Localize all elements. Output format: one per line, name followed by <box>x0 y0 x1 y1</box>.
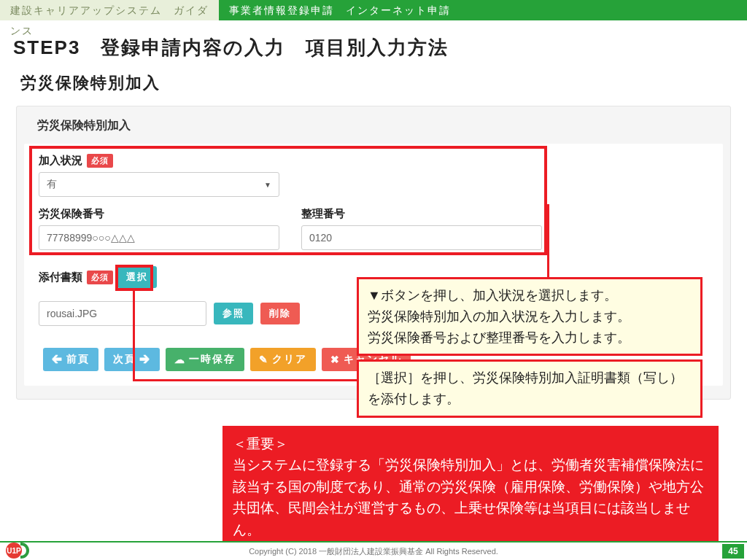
step-title: STEP3 登録申請内容の入力 項目別入力方法 <box>13 35 747 61</box>
prev-button-label: 前頁 <box>66 353 90 366</box>
important-body: 当システムに登録する「労災保険特別加入」とは、労働者災害補償保険法に該当する国の… <box>233 454 708 540</box>
important-box: ＜重要＞ 当システムに登録する「労災保険特別加入」とは、労働者災害補償保険法に該… <box>222 426 719 549</box>
status-select[interactable]: 有 ▼ <box>39 172 279 197</box>
callout-main: ▼ボタンを押し、加入状況を選択します。 労災保険特別加入の加入状況を入力します。… <box>357 277 703 356</box>
top-bar: 建設キャリアアップシステム ガイダンス 事業者情報登録申請 インターネット申請 <box>0 0 747 20</box>
prev-button[interactable]: 🡰 前頁 <box>43 348 98 371</box>
input-ref-no[interactable]: 0120 <box>301 225 542 250</box>
field-insurance-no: 労災保険番号 77788999○○○△△△ <box>39 207 279 250</box>
connector-select-h <box>133 379 357 381</box>
banner-application: 事業者情報登録申請 インターネット申請 <box>219 0 747 20</box>
next-button[interactable]: 次頁 🡲 <box>104 348 160 371</box>
callout-select: ［選択］を押し、労災保険特別加入証明書類（写し）を添付します。 <box>357 359 703 418</box>
banner-guidance: 建設キャリアアップシステム ガイダンス <box>0 0 219 20</box>
row-status: 加入状況 必須 有 ▼ <box>39 154 708 197</box>
important-heading: ＜重要＞ <box>233 433 708 454</box>
clear-button-label: クリア <box>272 353 307 366</box>
input-insurance-no-value: 77788999○○○△△△ <box>47 232 135 244</box>
logo-arc-icon <box>20 542 29 559</box>
label-status-text: 加入状況 <box>39 154 82 168</box>
input-ref-no-value: 0120 <box>309 232 332 244</box>
browse-button[interactable]: 参照 <box>214 303 253 324</box>
save-button-label: 一時保存 <box>189 353 236 366</box>
eraser-icon: ✎ <box>259 354 269 365</box>
file-name-value: rousai.JPG <box>47 308 97 319</box>
file-name-input[interactable]: rousai.JPG <box>39 301 206 326</box>
page-number: 45 <box>722 544 744 559</box>
cloud-icon: ☁ <box>174 354 186 365</box>
clear-button[interactable]: ✎ クリア <box>250 348 316 371</box>
footer: Copyright (C) 2018 一般財団法人建設業振興基金 All Rig… <box>0 541 747 560</box>
delete-button[interactable]: 削除 <box>260 303 300 324</box>
input-insurance-no[interactable]: 77788999○○○△△△ <box>39 225 279 250</box>
arrow-left-icon: 🡰 <box>52 354 63 365</box>
panel-title: 労災保険特別加入 <box>17 106 730 144</box>
required-badge-attachment: 必須 <box>87 271 113 284</box>
section-title: 労災保険特別加入 <box>20 72 747 94</box>
connector-select-v <box>133 291 135 381</box>
label-status: 加入状況 必須 <box>39 154 708 168</box>
row-numbers: 労災保険番号 77788999○○○△△△ 整理番号 0120 <box>39 207 708 250</box>
logo: U1P <box>6 542 29 559</box>
arrow-right-icon: 🡲 <box>139 354 151 365</box>
status-select-value: 有 <box>47 178 57 191</box>
required-badge: 必須 <box>87 154 113 168</box>
copyright-text: Copyright (C) 2018 一般財団法人建設業振興基金 All Rig… <box>249 546 498 557</box>
chevron-down-icon: ▼ <box>264 181 271 189</box>
field-ref-no: 整理番号 0120 <box>301 207 542 250</box>
label-attachment-text: 添付書類 <box>39 271 82 284</box>
save-button[interactable]: ☁ 一時保存 <box>166 348 244 371</box>
select-button[interactable]: 選択 <box>117 266 157 288</box>
label-insurance-no: 労災保険番号 <box>39 207 279 221</box>
connector-inputs-v <box>547 204 549 281</box>
logo-badge: U1P <box>6 542 22 559</box>
label-attachment: 添付書類 必須 <box>39 271 113 284</box>
page: 建設キャリアアップシステム ガイダンス 事業者情報登録申請 インターネット申請 … <box>0 0 747 560</box>
label-ref-no: 整理番号 <box>301 207 542 221</box>
cancel-icon: ✖ <box>330 354 341 365</box>
